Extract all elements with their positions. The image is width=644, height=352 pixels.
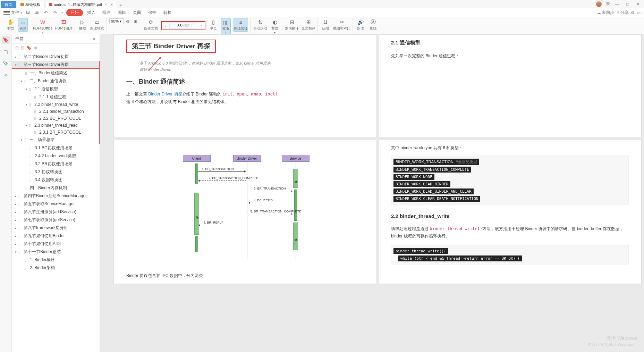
share-button[interactable]: ⇪分享 [616,10,629,16]
sb-tool-collapse-icon[interactable]: ⊟ [21,45,24,50]
continuous-icon: ≡ [237,19,244,26]
tab-add[interactable]: ＋ [117,2,125,8]
page-number-input[interactable]: 53/452 [169,23,197,29]
tool-pdf-office[interactable]: WPDF转Office▾ [33,18,52,34]
sb-tool-bookmark-icon[interactable]: 🔖 [26,45,32,50]
attachment-panel-icon[interactable]: 📎 [2,60,10,67]
bookmark-panel-icon[interactable]: 🔖 [2,36,10,44]
menu-insert[interactable]: 插入 [84,9,98,16]
bm-s3-3-3[interactable]: ▯3.2 BR协议使用场景 [12,160,100,168]
tool-continuous[interactable]: ≡连续阅读 [234,18,248,32]
tool-background[interactable]: ◐背景▾ [270,18,280,34]
bm-s3-2-2-2[interactable]: ▯2.2.2 BC_PROTOCOL [12,115,99,122]
ribbon-toolbar: ✋手型 ▭选择 WPDF转Office▾ 🖼PDF转图片 ▷播放 ▭阅读模式 9… [0,17,644,34]
bm-s9[interactable]: ▸▯第九节如何使用Binder [12,232,100,240]
svg-line-0 [149,57,161,70]
tool-read-mode[interactable]: ▭阅读模式 [90,18,104,31]
bookmark-tree[interactable]: ▸▯第二节Binder Driver初探 ▾▯第三节Binder Driver再… [12,52,100,352]
bm-s3-2-3-1[interactable]: ▯2.3.1 BR_PROTOCOL [12,129,99,136]
bm-s4[interactable]: ▸▯第四节Binder启动ServiceManager [12,192,100,200]
zoom-in-icon[interactable]: ⊕ [132,18,139,25]
tool-crop-compare[interactable]: ✂截图和对比 [333,18,350,31]
menu-convert[interactable]: 转换 [161,9,175,16]
toolbar-print-icon[interactable]: 🖶 [33,9,41,17]
unsync-button[interactable]: ☁未同步 [597,10,614,16]
tab-pdf[interactable]: android fr...精编内核解析.pdf⎘✕ [45,1,117,8]
bm-s6[interactable]: ▸▯第六节注册服务(addService) [12,208,100,216]
toolbar-save-icon[interactable]: 🖫 [24,9,32,17]
sidebar-close-icon[interactable]: ✕ [92,36,96,42]
tool-read-aloud[interactable]: 🔊朗读 [356,18,365,31]
menu-edit[interactable]: 编辑 [115,9,129,16]
hamburger-icon[interactable] [3,10,10,16]
window-close[interactable]: ✕ [635,2,641,7]
tool-play[interactable]: ▷播放 [78,18,87,31]
bm-s7[interactable]: ▸▯第七节获取服务(getService) [12,216,100,224]
bm-s3-2-2[interactable]: ▾▯2.2 binder_thread_write [12,101,99,108]
window-minimize[interactable]: — [614,2,620,7]
sb-tool-add-icon[interactable]: ⊕ [34,45,37,50]
bm-s3-4[interactable]: ▯四、Binder内存机制 [12,184,100,192]
toolbar-redo-icon[interactable]: ↷ [51,9,59,17]
tool-single-page[interactable]: ▯单页 [209,18,218,31]
page-54-right: 其中 binder_work.type 共有 6 种类型： BINDER_WOR… [379,140,641,284]
bm-s11[interactable]: ▾▯第十一节Binder总结 [12,248,100,256]
menu-protect[interactable]: 保护 [145,9,159,16]
tool-double-page[interactable]: ▯▯双页▾ [221,18,231,35]
tool-pdf-pic[interactable]: 🖼PDF转图片 [55,18,73,31]
tool-compress[interactable]: ⇊压缩 [321,18,330,31]
page-prev[interactable]: ‹ [163,23,167,28]
link-prev-article[interactable]: Binder Driver 初探 [148,92,182,97]
outline-panel-icon[interactable]: ⎋ [2,72,10,79]
search-icon: Ⓐ [370,19,376,26]
tab-home[interactable]: 首页 [1,1,16,8]
menu-start[interactable]: 开始 [66,9,83,16]
bm-s3-1[interactable]: ▯一、Binder通信简述 [12,69,99,77]
window-maximize[interactable]: □ [625,2,631,7]
tool-full-translate[interactable]: ⊞全文翻译 [302,18,315,31]
tool-select[interactable]: ▭选择 [18,18,28,32]
tool-rotate[interactable]: ⟳旋转文档 [144,18,158,31]
bm-s3[interactable]: ▾▯第三节Binder Driver再探 [12,61,100,69]
collapse-ribbon-icon[interactable]: ▭ [637,10,641,15]
sb-tool-expand-icon[interactable]: ⊞ [15,45,19,50]
tool-hand[interactable]: ✋手型 [6,18,15,31]
tab-template[interactable]: 稻壳模板 [17,1,44,8]
avatar[interactable] [596,1,602,7]
bm-s11-1[interactable]: ▯1. Binder概述 [12,256,100,264]
bm-s3-3[interactable]: ▾▯三、场景总结 [12,136,99,144]
titlebar: 首页 稻壳模板 android fr...精编内核解析.pdf⎘✕ ＋ 未 — … [0,0,644,8]
file-dropdown-icon[interactable]: ▾ [21,11,23,15]
bm-s3-children-frame: ▯一、Binder通信简述 ▾▯二、Binder通信协议 ▾▯2.1 通信模型 … [12,69,100,144]
bm-s3-3-2[interactable]: ▯2.4.2 binder_work类型 [12,152,100,160]
bm-s3-2-1-1[interactable]: ▯2.1.1 通信过程 [12,93,99,101]
bm-s2[interactable]: ▸▯第二节Binder Driver初探 [12,53,100,61]
bm-s3-2-2-1[interactable]: ▯2.2.1 binder_transaction [12,108,99,115]
bm-s3-2[interactable]: ▾▯二、Binder通信协议 [12,77,99,85]
user-name[interactable]: 未 [606,1,610,7]
menu-file[interactable]: 文件 [11,10,19,16]
settings-icon[interactable]: ⚙ [631,10,635,15]
page-next[interactable]: › [199,23,203,28]
bm-s3-2-3[interactable]: ▾▯2.3 binder_thread_read [12,122,99,129]
tool-auto-scroll[interactable]: ⇅自动滚动 [253,18,267,31]
bm-s11-2[interactable]: ▯2. Binder架构 [12,264,100,272]
document-viewport[interactable]: 第三节 Binder Driver 再探 基于 Android 6.0 的源码剖… [100,34,644,352]
bm-s3-3-1[interactable]: ▯3.1 BC协议使用场景 [12,144,100,152]
bm-s3-3-5[interactable]: ▯3.4 数据转换图 [12,176,100,184]
toolbar-undo-icon[interactable]: ↶ [42,9,50,17]
tab-close-icon[interactable]: ✕ [110,2,113,7]
tool-find[interactable]: Ⓐ查找 [368,18,378,31]
zoom-select[interactable]: 90% ▾ [109,18,124,24]
bm-s10[interactable]: ▸▯第十节如何使用AIDL [12,240,100,248]
bm-s3-2-1[interactable]: ▾▯2.1 通信模型 [12,85,99,93]
bm-s5[interactable]: ▸▯第五节获取ServiceManager [12,200,100,208]
thumbnail-panel-icon[interactable]: ▢ [2,48,10,56]
bm-s3-3-4[interactable]: ▯3.3 协议转换图 [12,168,100,176]
menu-page[interactable]: 页面 [130,9,144,16]
tab-restore-icon[interactable]: ⎘ [105,2,107,7]
tool-word-translate[interactable]: ⊟划词翻译 [285,18,299,31]
menu-annot[interactable]: 批注 [100,9,113,16]
bm-s8[interactable]: ▸▯第八节framework层分析 [12,224,100,232]
zoom-out-icon[interactable]: ⊖ [124,18,131,25]
